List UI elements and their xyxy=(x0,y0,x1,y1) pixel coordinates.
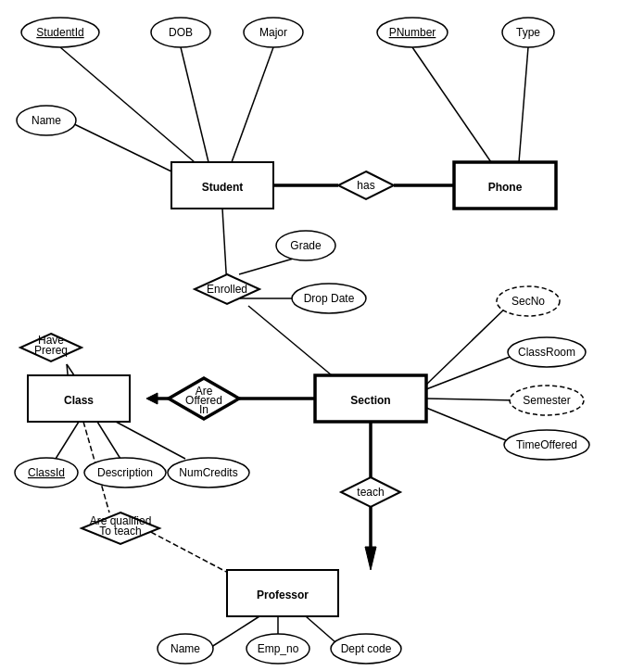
line-type-phone xyxy=(519,47,528,162)
name-student-text: Name xyxy=(32,114,61,127)
numcredits-text: NumCredits xyxy=(179,466,237,479)
line-class-numcredits xyxy=(116,422,185,459)
line-studentid-student xyxy=(60,47,195,162)
grade-text: Grade xyxy=(290,239,322,252)
description-text: Description xyxy=(97,466,153,479)
section-label: Section xyxy=(350,394,390,407)
type-text: Type xyxy=(516,26,540,39)
teach-label: teach xyxy=(357,486,384,499)
name-prof-text: Name xyxy=(170,642,200,655)
dob-text: DOB xyxy=(169,26,193,39)
line-major-student xyxy=(232,47,273,162)
studentid-text: StudentId xyxy=(36,26,83,39)
line-pnumber-phone xyxy=(412,47,491,162)
arrow-teach xyxy=(365,547,376,570)
line-enrolled-grade xyxy=(239,258,297,274)
haveprereq-label2: Prereq xyxy=(34,344,68,357)
semester-text: Semester xyxy=(523,394,570,407)
timeoffered-text: TimeOffered xyxy=(516,438,577,451)
enrolled-label: Enrolled xyxy=(207,283,247,296)
arequalified-label2: To teach xyxy=(99,525,141,538)
areoffered-label3: In xyxy=(199,403,208,416)
line-class-classid xyxy=(56,422,79,459)
classroom-text: ClassRoom xyxy=(518,346,575,359)
student-label: Student xyxy=(202,181,244,194)
arrow-areoffered xyxy=(146,393,158,404)
phone-label: Phone xyxy=(488,181,523,194)
line-arequalified-professor xyxy=(144,528,232,575)
empno-text: Emp_no xyxy=(258,642,299,655)
deptcode-text: Dept code xyxy=(341,642,392,655)
professor-label: Professor xyxy=(257,589,309,601)
line-section-timeoffered xyxy=(426,408,517,445)
line-class-description xyxy=(97,422,120,459)
er-diagram: Student Phone Class Section Professor St… xyxy=(0,0,644,671)
class-label: Class xyxy=(64,394,94,407)
line-dob-student xyxy=(181,47,208,162)
secno-text: SecNo xyxy=(511,295,545,308)
line-enrolled-section xyxy=(248,306,343,385)
has-label: has xyxy=(357,179,374,192)
major-text: Major xyxy=(259,26,287,39)
classid-text: ClassId xyxy=(28,466,65,479)
dropdate-text: Drop Date xyxy=(304,292,355,305)
line-section-semester xyxy=(426,399,517,400)
pnumber-text: PNumber xyxy=(389,26,436,39)
